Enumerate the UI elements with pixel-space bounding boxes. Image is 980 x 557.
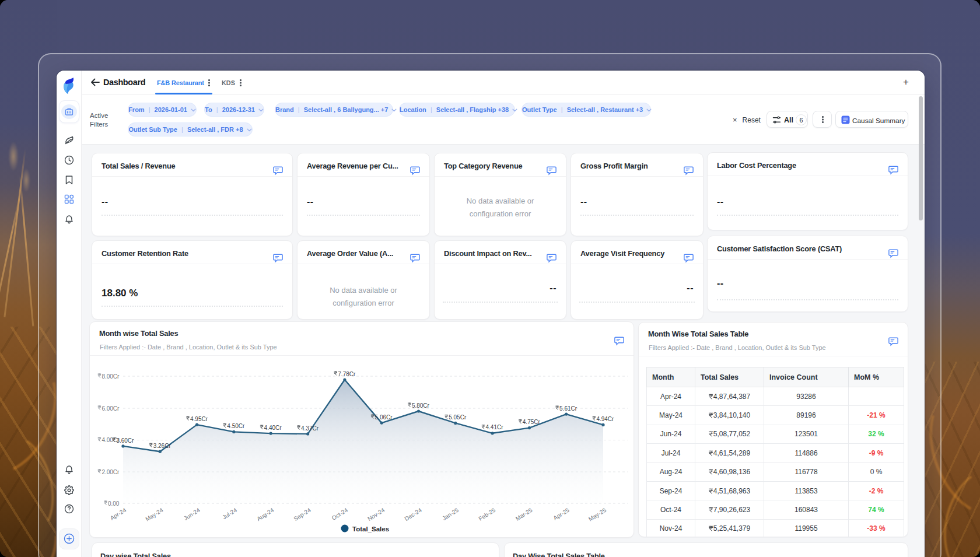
svg-text:0.00: 0.00	[108, 500, 120, 507]
svg-text:Sep-24: Sep-24	[293, 507, 313, 523]
svg-text:3.26Cr: 3.26Cr	[153, 443, 172, 449]
svg-text:Apr-25: Apr-25	[552, 507, 571, 521]
svg-text:5.80Cr: 5.80Cr	[412, 402, 430, 409]
svg-text:Aug-24: Aug-24	[256, 507, 275, 523]
svg-text:5.06Cr: 5.06Cr	[375, 414, 393, 421]
svg-text:Jul-24: Jul-24	[221, 507, 238, 521]
svg-text:Oct-24: Oct-24	[331, 507, 349, 521]
svg-text:Feb-25: Feb-25	[478, 507, 497, 522]
svg-text:4.41Cr: 4.41Cr	[486, 424, 504, 430]
svg-text:May-24: May-24	[144, 507, 164, 523]
svg-text:5.05Cr: 5.05Cr	[449, 414, 467, 421]
svg-text:2.00Cr: 2.00Cr	[102, 469, 120, 475]
svg-text:8.00Cr: 8.00Cr	[102, 373, 120, 380]
svg-text:4.50Cr: 4.50Cr	[227, 423, 245, 429]
svg-text:Jun-24: Jun-24	[183, 507, 201, 522]
svg-text:5.61Cr: 5.61Cr	[559, 405, 578, 412]
svg-text:Dec-24: Dec-24	[404, 507, 424, 523]
svg-text:7.78Cr: 7.78Cr	[338, 371, 356, 377]
svg-text:4.95Cr: 4.95Cr	[190, 416, 208, 422]
svg-text:May-25: May-25	[587, 507, 607, 523]
svg-text:4.37Cr: 4.37Cr	[301, 425, 319, 432]
svg-text:4.40Cr: 4.40Cr	[264, 425, 282, 431]
svg-text:Mar-25: Mar-25	[514, 507, 534, 522]
svg-text:Nov-24: Nov-24	[366, 507, 386, 523]
svg-text:4.94Cr: 4.94Cr	[596, 416, 614, 422]
svg-text:Total_Sales: Total_Sales	[352, 526, 389, 533]
svg-text:Jan-25: Jan-25	[441, 507, 460, 522]
svg-text:3.60Cr: 3.60Cr	[116, 437, 134, 444]
svg-text:6.00Cr: 6.00Cr	[102, 405, 120, 412]
svg-text:Apr-24: Apr-24	[109, 507, 128, 521]
svg-text:4.75Cr: 4.75Cr	[523, 419, 541, 425]
